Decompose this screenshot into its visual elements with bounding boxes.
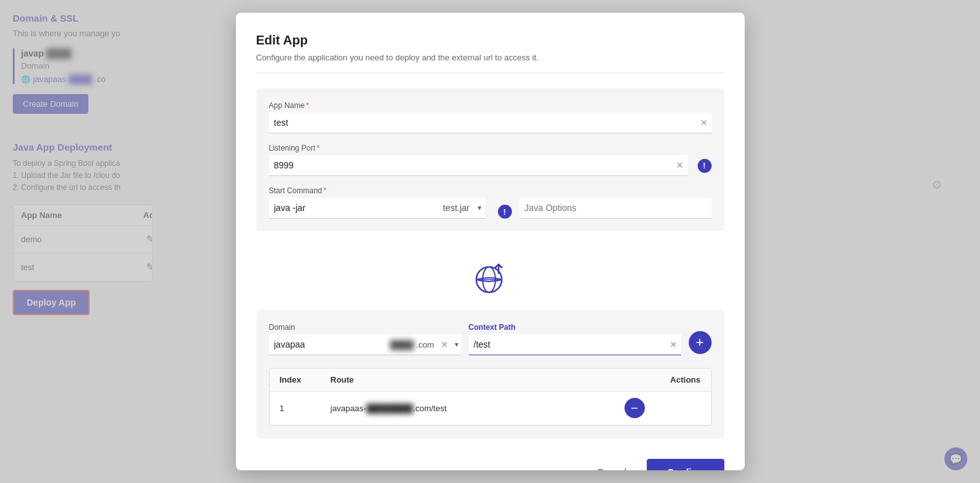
confirm-button[interactable]: Confirm [647, 459, 724, 470]
route-table-row: 1 javapaas-████████.com/test − [270, 391, 711, 425]
domain-input-wrapper: ████ .com ✕ ▾ [269, 334, 461, 355]
start-command-file: test.jar [439, 203, 473, 213]
routes-col-route: Route [331, 375, 625, 384]
edit-app-modal: Edit App Configure the application you n… [236, 13, 745, 470]
listening-port-label: Listening Port * [269, 144, 712, 153]
routes-table-header: Index Route Actions [270, 369, 711, 391]
globe-upload-area [256, 247, 724, 310]
start-command-label: Start Command * [269, 186, 712, 195]
modal-overlay: Edit App Configure the application you n… [0, 0, 980, 483]
required-marker: * [324, 186, 327, 195]
listening-port-input[interactable] [269, 158, 672, 173]
routes-col-actions: Actions [625, 375, 701, 384]
listening-port-input-wrapper: ✕ [269, 155, 687, 176]
context-path-label: Context Path [469, 323, 681, 332]
context-path-input-wrapper: ✕ [469, 334, 681, 355]
app-name-label: App Name * [269, 101, 712, 110]
route1-index: 1 [280, 404, 331, 413]
app-name-clear-button[interactable]: ✕ [696, 118, 712, 128]
cancel-button[interactable]: Cancel [586, 460, 637, 470]
modal-footer: Cancel Confirm [256, 454, 724, 470]
domain-blurred: ████ [390, 340, 414, 350]
required-marker: * [306, 101, 309, 110]
start-command-input[interactable] [269, 200, 439, 215]
app-name-field-group: App Name * ✕ [269, 101, 712, 133]
route1-actions: − [625, 398, 701, 418]
start-command-field-group: Start Command * test.jar ▾ ! [269, 186, 712, 219]
routes-col-index: Index [280, 375, 331, 384]
add-route-button[interactable]: + [689, 331, 712, 354]
listening-port-clear-button[interactable]: ✕ [672, 160, 687, 170]
globe-upload-icon [471, 259, 509, 297]
domain-clear-button[interactable]: ✕ [437, 339, 452, 350]
domain-row: Domain ████ .com ✕ ▾ Context Path [269, 323, 712, 355]
start-command-row: test.jar ▾ ! [269, 198, 712, 219]
domain-field-label: Domain [269, 323, 461, 332]
route1-value: javapaas-████████.com/test [331, 404, 625, 413]
start-command-input-wrapper: test.jar ▾ [269, 198, 485, 219]
app-config-form: App Name * ✕ Listening Port * ✕ [256, 88, 724, 231]
context-path-input[interactable] [469, 337, 666, 352]
context-path-field-group: Context Path ✕ [469, 323, 681, 355]
start-command-dropdown-arrow[interactable]: ▾ [474, 203, 485, 212]
domain-suffix-text: .com [413, 340, 436, 350]
domain-field-group: Domain ████ .com ✕ ▾ [269, 323, 461, 355]
domain-input[interactable] [269, 337, 390, 352]
app-name-input[interactable] [269, 115, 696, 130]
modal-subtitle: Configure the application you need to de… [256, 53, 724, 73]
routes-table: Index Route Actions 1 javapaas-████████.… [269, 368, 712, 426]
app-name-input-wrapper: ✕ [269, 112, 712, 133]
start-cmd-main: test.jar ▾ [269, 198, 485, 219]
start-command-info-icon: ! [498, 205, 512, 219]
java-options-field [520, 198, 712, 219]
required-marker: * [317, 144, 320, 153]
context-path-clear-button[interactable]: ✕ [666, 339, 681, 350]
domain-config-section: Domain ████ .com ✕ ▾ Context Path [256, 310, 724, 439]
domain-dropdown-arrow[interactable]: ▾ [452, 340, 461, 349]
listening-port-field-group: Listening Port * ✕ ! [269, 144, 712, 176]
remove-route1-button[interactable]: − [625, 398, 645, 418]
java-options-input-wrapper [520, 198, 712, 219]
java-options-input[interactable] [520, 200, 712, 215]
listening-port-info-icon: ! [698, 159, 712, 173]
modal-title: Edit App [256, 33, 724, 48]
